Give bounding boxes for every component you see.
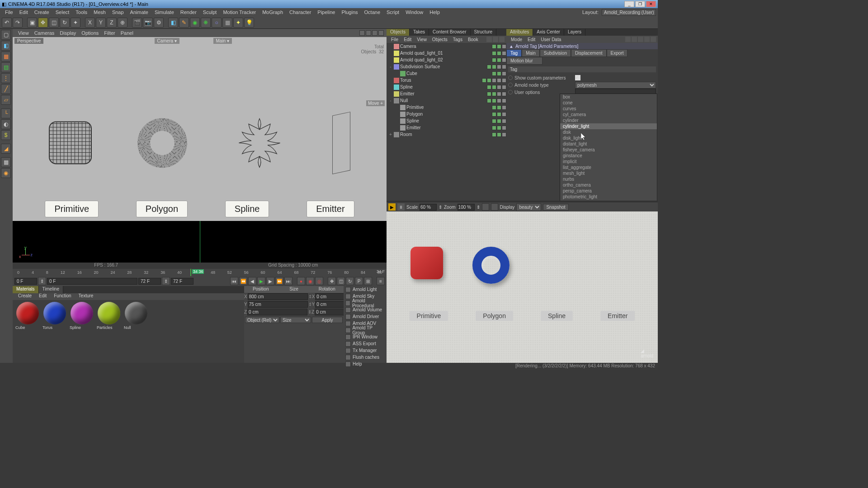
tree-flag-icon[interactable] — [502, 99, 506, 103]
render-pv-button[interactable]: 📷 — [143, 18, 153, 28]
menu-mograph[interactable]: MoGraph — [259, 9, 286, 15]
ipr-play-button[interactable]: ▶ — [388, 203, 396, 211]
tree-flag-icon[interactable] — [487, 99, 491, 103]
scale-tool-button[interactable]: ◫ — [49, 18, 59, 28]
tree-row[interactable]: Polygon — [387, 111, 506, 117]
camera-button[interactable]: ▦ — [222, 18, 232, 28]
point-mode-button[interactable]: ⋮ — [1, 73, 11, 83]
record-button[interactable]: ● — [297, 277, 305, 285]
arnold-menu-item[interactable]: Arnold Light — [344, 286, 387, 293]
menu-plugins[interactable]: Plugins — [338, 9, 361, 15]
minimize-button[interactable]: _ — [624, 1, 634, 7]
tree-flag-icon[interactable] — [497, 85, 501, 89]
search-icon[interactable] — [486, 37, 492, 42]
vp-menu-display[interactable]: Display — [57, 30, 79, 36]
dropdown-item[interactable]: disk — [560, 129, 657, 135]
axis-center-tab[interactable]: Axis Center — [533, 29, 564, 36]
spin-icon[interactable]: ⇕ — [476, 205, 480, 210]
tree-flag-icon[interactable] — [492, 71, 496, 76]
subtab-displacement[interactable]: Displacement — [571, 49, 607, 57]
menu-animate[interactable]: Animate — [127, 9, 151, 15]
tree-flag-icon[interactable] — [497, 119, 501, 123]
dropdown-item[interactable]: distant_light — [560, 141, 657, 147]
rot-key-button[interactable]: ↻ — [346, 277, 354, 285]
vp-menu-panel[interactable]: Panel — [118, 30, 136, 36]
layers-tab[interactable]: Layers — [564, 29, 585, 36]
menu-file[interactable]: File — [2, 9, 16, 15]
menu-script[interactable]: Script — [383, 9, 402, 15]
obj-menu-tags[interactable]: Tags — [450, 37, 465, 42]
environment-button[interactable]: ○ — [212, 18, 222, 28]
ipr-viewport[interactable]: Primitive Polygon Spline Emitter ◢arnold — [387, 211, 658, 363]
material-item[interactable]: Null — [123, 302, 149, 330]
tree-flag-icon[interactable] — [492, 85, 496, 89]
tree-row[interactable]: Emitter — [387, 90, 506, 97]
goto-end-button[interactable]: ⏭ — [284, 277, 292, 285]
layout-select[interactable] — [602, 9, 656, 16]
prev-frame-button[interactable]: ◀ — [248, 277, 256, 285]
tree-flag-icon[interactable] — [502, 132, 506, 137]
spin-icon[interactable]: ⇕ — [162, 277, 170, 285]
viewport-cube-object[interactable] — [49, 121, 92, 164]
deformer-button[interactable]: ❋ — [201, 18, 211, 28]
material-item[interactable]: Spline — [69, 302, 95, 330]
arnold-menu-item[interactable]: Arnold Procedural — [344, 300, 387, 306]
obj-menu-file[interactable]: File — [388, 37, 401, 42]
x-axis-button[interactable]: X — [85, 18, 95, 28]
tree-flag-icon[interactable] — [502, 58, 506, 62]
coord-pos-field[interactable] — [248, 293, 308, 300]
tree-flag-icon[interactable] — [502, 105, 506, 110]
tree-flag-icon[interactable] — [497, 51, 501, 56]
up-icon[interactable] — [632, 37, 637, 42]
takes-tab[interactable]: Takes — [410, 29, 429, 36]
arnold-menu-item[interactable]: Arnold TP Group — [344, 327, 387, 333]
texture-mode-button[interactable]: ▦ — [1, 52, 11, 61]
obj-menu-objects[interactable]: Objects — [429, 37, 450, 42]
tree-flag-icon[interactable] — [502, 44, 506, 49]
tree-flag-icon[interactable] — [502, 51, 506, 56]
viewport-emitter-object[interactable] — [332, 112, 350, 174]
menu-character[interactable]: Character — [286, 9, 314, 15]
tree-flag-icon[interactable] — [492, 78, 496, 83]
filter-icon[interactable] — [499, 37, 505, 42]
tree-flag-icon[interactable] — [497, 99, 501, 103]
tree-flag-icon[interactable] — [492, 119, 496, 123]
locked-workplane-button[interactable]: ▦ — [1, 157, 11, 167]
view-icon[interactable] — [493, 37, 498, 42]
coord-pos-field[interactable] — [248, 301, 308, 308]
back-icon[interactable] — [625, 37, 631, 42]
tree-row[interactable]: Spline — [387, 84, 506, 90]
menu-create[interactable]: Create — [31, 9, 52, 15]
subtab-export[interactable]: Export — [607, 49, 628, 57]
prev-key-button[interactable]: ⏪ — [239, 277, 247, 285]
coord-mode-select[interactable]: Object (Rel) — [245, 317, 279, 323]
dropdown-item[interactable]: box — [560, 94, 657, 100]
tree-flag-icon[interactable] — [487, 92, 491, 96]
primitive-button[interactable]: ◧ — [168, 18, 178, 28]
vp-nav-icon[interactable] — [366, 30, 371, 36]
tree-flag-icon[interactable] — [497, 71, 501, 76]
pos-key-button[interactable]: ✥ — [328, 277, 336, 285]
tree-flag-icon[interactable] — [497, 105, 501, 110]
spin-icon[interactable]: ⇕ — [308, 310, 311, 314]
tree-row[interactable]: Spline — [387, 117, 506, 124]
material-item[interactable]: Torus — [42, 302, 68, 330]
tree-flag-icon[interactable] — [492, 51, 496, 56]
spline-button[interactable]: ✎ — [179, 18, 189, 28]
tree-flag-icon[interactable] — [497, 132, 501, 137]
objects-tab[interactable]: Objects — [387, 29, 410, 36]
dropdown-item[interactable]: cylinder_light — [560, 123, 657, 129]
content-browser-tab[interactable]: Content Browser — [429, 29, 470, 36]
spin-icon[interactable]: ⇕ — [439, 205, 442, 210]
attr-menu-userdata[interactable]: User Data — [538, 37, 564, 42]
tree-row[interactable]: Torus — [387, 77, 506, 84]
obj-menu-edit[interactable]: Edit — [401, 37, 414, 42]
mat-menu-function[interactable]: Function — [50, 293, 75, 300]
home-icon[interactable] — [638, 37, 643, 42]
tree-row[interactable]: + Room — [387, 131, 506, 138]
snap-button[interactable]: $ — [1, 130, 11, 140]
viewport-torus-object[interactable] — [137, 118, 187, 168]
menu-sculpt[interactable]: Sculpt — [200, 9, 220, 15]
timeline-tab[interactable]: Timeline — [39, 286, 63, 293]
coord-size-select[interactable]: Size — [280, 317, 311, 323]
